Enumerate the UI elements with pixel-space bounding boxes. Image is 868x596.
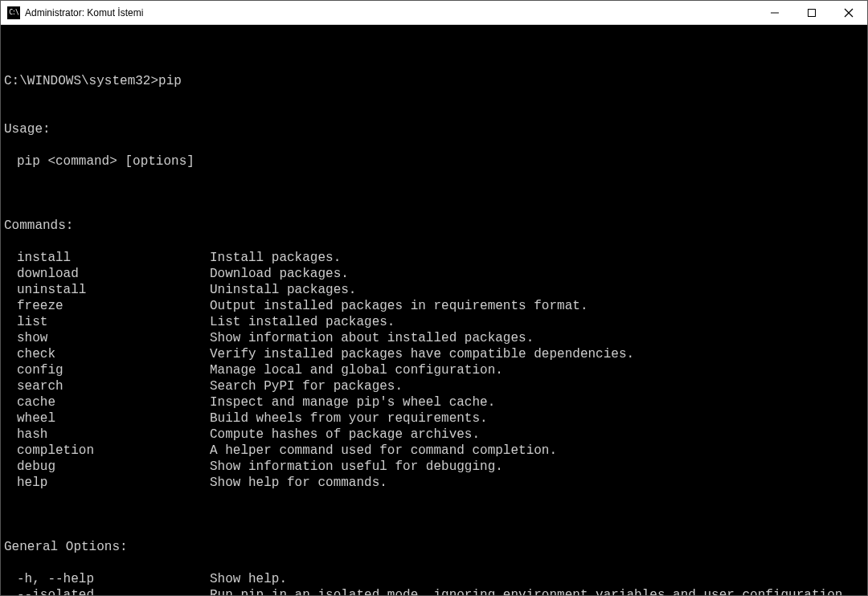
minimize-button[interactable] bbox=[756, 1, 793, 24]
window-controls bbox=[756, 1, 867, 24]
options-header: General Options: bbox=[4, 539, 864, 555]
command-row: showShow information about installed pac… bbox=[4, 330, 864, 346]
command-row: wheelBuild wheels from your requirements… bbox=[4, 410, 864, 427]
command-row: uninstallUninstall packages. bbox=[4, 282, 864, 298]
command-name: show bbox=[4, 330, 210, 346]
command-row: downloadDownload packages. bbox=[4, 266, 864, 282]
command-name: hash bbox=[4, 427, 210, 443]
command-name: check bbox=[4, 346, 210, 362]
options-list: -h, --helpShow help.--isolatedRun pip in… bbox=[4, 571, 864, 595]
command-desc: List installed packages. bbox=[210, 314, 864, 330]
command-name: install bbox=[4, 250, 210, 266]
command-desc: Uninstall packages. bbox=[210, 282, 864, 298]
typed-command: pip bbox=[158, 74, 182, 88]
svg-rect-1 bbox=[809, 9, 816, 16]
command-name: list bbox=[4, 314, 210, 330]
usage-body: pip <command> [options] bbox=[4, 153, 864, 169]
command-desc: Show information about installed package… bbox=[210, 330, 864, 346]
commands-list: installInstall packages.downloadDownload… bbox=[4, 250, 864, 491]
command-desc: Compute hashes of package archives. bbox=[210, 427, 864, 443]
option-row: --isolatedRun pip in an isolated mode, i… bbox=[4, 587, 864, 595]
command-desc: Search PyPI for packages. bbox=[210, 378, 864, 394]
command-desc: Output installed packages in requirement… bbox=[210, 298, 864, 314]
command-name: search bbox=[4, 378, 210, 394]
prompt: C:\WINDOWS\system32> bbox=[4, 74, 158, 88]
command-row: searchSearch PyPI for packages. bbox=[4, 378, 864, 394]
window-title: Administrator: Komut İstemi bbox=[25, 7, 756, 18]
command-name: uninstall bbox=[4, 282, 210, 298]
command-desc: Verify installed packages have compatibl… bbox=[210, 346, 864, 362]
command-row: freezeOutput installed packages in requi… bbox=[4, 298, 864, 314]
command-desc: Install packages. bbox=[210, 250, 864, 266]
option-row: -h, --helpShow help. bbox=[4, 571, 864, 587]
command-desc: A helper command used for command comple… bbox=[210, 443, 864, 459]
terminal-output[interactable]: C:\WINDOWS\system32>pip Usage: pip <comm… bbox=[1, 25, 867, 595]
maximize-button[interactable] bbox=[793, 1, 830, 24]
command-row: completionA helper command used for comm… bbox=[4, 443, 864, 459]
command-row: debugShow information useful for debuggi… bbox=[4, 459, 864, 475]
prompt-line: C:\WINDOWS\system32>pip bbox=[4, 73, 864, 89]
usage-header: Usage: bbox=[4, 121, 864, 137]
command-desc: Show help for commands. bbox=[210, 475, 864, 491]
command-row: configManage local and global configurat… bbox=[4, 362, 864, 378]
close-button[interactable] bbox=[830, 1, 867, 24]
command-row: helpShow help for commands. bbox=[4, 475, 864, 491]
option-flag: -h, --help bbox=[4, 571, 210, 587]
command-name: cache bbox=[4, 394, 210, 410]
command-name: wheel bbox=[4, 410, 210, 427]
command-row: listList installed packages. bbox=[4, 314, 864, 330]
command-desc: Inspect and manage pip's wheel cache. bbox=[210, 394, 864, 410]
title-bar: C:\ Administrator: Komut İstemi bbox=[1, 1, 867, 25]
command-name: completion bbox=[4, 443, 210, 459]
command-name: download bbox=[4, 266, 210, 282]
command-desc: Show information useful for debugging. bbox=[210, 459, 864, 475]
option-flag: --isolated bbox=[4, 587, 210, 595]
command-name: debug bbox=[4, 459, 210, 475]
command-name: help bbox=[4, 475, 210, 491]
option-desc: Show help. bbox=[210, 571, 864, 587]
command-desc: Download packages. bbox=[210, 266, 864, 282]
command-name: config bbox=[4, 362, 210, 378]
option-desc: Run pip in an isolated mode, ignoring en… bbox=[210, 587, 864, 595]
command-row: checkVerify installed packages have comp… bbox=[4, 346, 864, 362]
command-row: hashCompute hashes of package archives. bbox=[4, 427, 864, 443]
cmd-icon: C:\ bbox=[7, 6, 20, 19]
command-desc: Build wheels from your requirements. bbox=[210, 410, 864, 427]
command-row: installInstall packages. bbox=[4, 250, 864, 266]
command-row: cacheInspect and manage pip's wheel cach… bbox=[4, 394, 864, 410]
command-name: freeze bbox=[4, 298, 210, 314]
commands-header: Commands: bbox=[4, 218, 864, 234]
command-desc: Manage local and global configuration. bbox=[210, 362, 864, 378]
